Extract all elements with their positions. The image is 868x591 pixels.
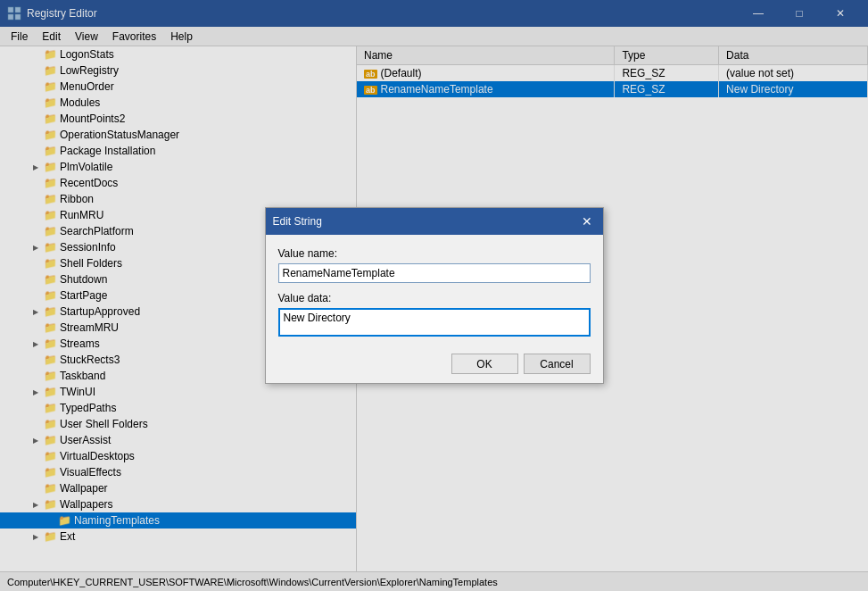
value-name-input[interactable] <box>278 263 591 283</box>
dialog-title: Edit String <box>273 215 578 228</box>
dialog-title-bar: Edit String ✕ <box>266 208 603 235</box>
dialog-body: Value name: Value data: OK Cancel <box>266 235 603 383</box>
modal-overlay: Edit String ✕ Value name: Value data: OK… <box>0 0 868 591</box>
value-data-label: Value data: <box>278 292 591 304</box>
ok-button[interactable]: OK <box>451 354 518 374</box>
registry-editor-window: Registry Editor — □ ✕ File Edit View Fav… <box>0 0 868 591</box>
value-data-input[interactable] <box>278 308 591 337</box>
edit-string-dialog: Edit String ✕ Value name: Value data: OK… <box>265 207 604 384</box>
dialog-close-button[interactable]: ✕ <box>578 212 596 230</box>
cancel-button[interactable]: Cancel <box>524 354 591 374</box>
dialog-buttons: OK Cancel <box>278 350 591 374</box>
value-name-label: Value name: <box>278 247 591 260</box>
